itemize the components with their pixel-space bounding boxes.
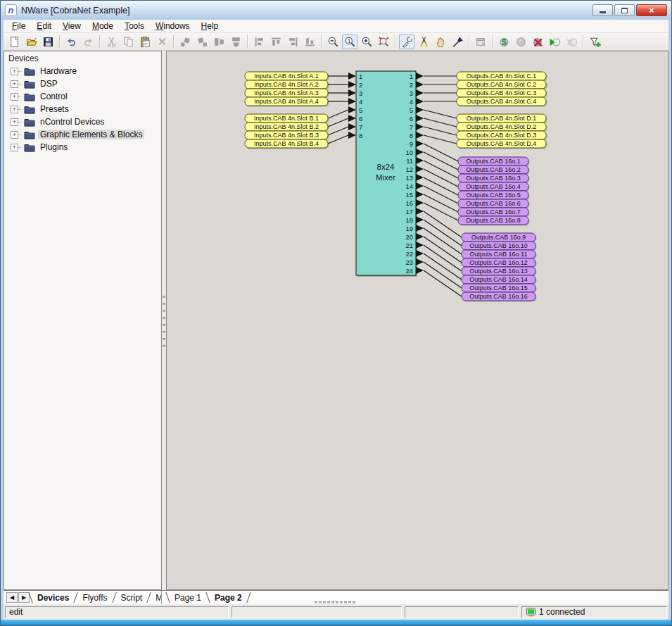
mixer-block[interactable]: 8x24Mixer1234567812345678910111213141516… — [348, 71, 424, 277]
rotate-left-button[interactable] — [177, 35, 193, 49]
menu-item-help[interactable]: Help — [196, 20, 224, 32]
menu-item-edit[interactable]: Edit — [31, 20, 57, 32]
menu-item-view[interactable]: View — [57, 20, 87, 32]
expand-icon[interactable]: + — [11, 118, 18, 126]
output-flyoff-label[interactable]: Outputs.CAB 16o.2 — [458, 165, 530, 175]
save-project-button[interactable] — [40, 35, 56, 49]
tree-item-graphic-elements-blocks[interactable]: +Graphic Elements & Blocks — [4, 128, 161, 141]
new-document-button[interactable] — [6, 35, 22, 49]
zoom-region-button[interactable] — [376, 35, 391, 49]
output-flyoff-label[interactable]: Outputs.CAB 16o.9 — [462, 233, 537, 243]
menu-item-windows[interactable]: Windows — [150, 20, 196, 32]
align-bottom-button[interactable] — [302, 35, 317, 49]
page-tab-page-1[interactable]: Page 1 — [168, 592, 208, 603]
tree-item-plugins[interactable]: +Plugins — [4, 141, 161, 154]
panel-tab-script[interactable]: Script — [115, 592, 149, 603]
close-button[interactable]: × — [636, 4, 667, 16]
output-flyoff-label[interactable]: Outputs.CAB 16o.13 — [462, 267, 537, 277]
deploy-button[interactable]: $ — [496, 35, 512, 49]
align-right-button[interactable] — [285, 35, 300, 49]
align-left-button[interactable] — [251, 35, 267, 49]
output-flyoff-label[interactable]: Outputs.CAB 4n.Slot D.1 — [457, 114, 547, 124]
rotate-right-button[interactable] — [194, 35, 210, 49]
menu-item-mode[interactable]: Mode — [87, 20, 119, 32]
zoom-out-button[interactable] — [325, 35, 341, 49]
output-flyoff-label[interactable]: Outputs.CAB 16o.5 — [458, 191, 530, 201]
panel-tab-devices[interactable]: Devices — [31, 592, 75, 603]
wire-tool-button[interactable] — [416, 35, 431, 49]
tree-item-control[interactable]: +Control — [4, 90, 161, 103]
output-flyoff-label[interactable]: Outputs.CAB 16o.6 — [458, 199, 530, 209]
menu-item-file[interactable]: File — [6, 20, 31, 32]
output-flyoff-label[interactable]: Outputs.CAB 16o.11 — [462, 250, 537, 260]
tree-item-ncontrol-devices[interactable]: +nControl Devices — [4, 115, 161, 128]
input-flyoff-label[interactable]: Inputs.CAB 4n.Slot B.3 — [245, 131, 329, 141]
input-flyoff-label[interactable]: Inputs.CAB 4n.Slot A.3 — [245, 89, 329, 99]
align-top-button[interactable] — [268, 35, 284, 49]
properties-button[interactable] — [473, 35, 488, 49]
maximize-button[interactable] — [614, 4, 635, 16]
expand-icon[interactable]: + — [11, 80, 18, 88]
delete-button[interactable] — [154, 35, 170, 49]
output-flyoff-label[interactable]: Outputs.CAB 16o.4 — [458, 182, 530, 192]
expand-icon[interactable]: + — [11, 93, 18, 101]
output-flyoff-label[interactable]: Outputs.CAB 4n.Slot D.2 — [457, 123, 547, 132]
tree-item-hardware[interactable]: +Hardware — [4, 65, 161, 77]
input-flyoff-label[interactable]: Inputs.CAB 4n.Slot A.4 — [245, 97, 329, 107]
expand-icon[interactable]: + — [11, 144, 18, 151]
flip-vertical-button[interactable] — [228, 35, 243, 49]
tree-item-presets[interactable]: +Presets — [4, 103, 161, 115]
add-role-button[interactable] — [587, 35, 602, 49]
tree-item-dsp[interactable]: +DSP — [4, 77, 161, 90]
splitter-grip[interactable] — [163, 296, 165, 347]
title-bar[interactable]: n NWare [CobraNet Example] × — [1, 1, 671, 20]
page-tab-page-2[interactable]: Page 2 — [208, 592, 248, 603]
output-flyoff-label[interactable]: Outputs.CAB 16o.14 — [462, 275, 537, 285]
panel-tab-flyoffs[interactable]: Flyoffs — [76, 592, 113, 603]
output-flyoff-label[interactable]: Outputs.CAB 16o.12 — [462, 258, 537, 268]
output-flyoff-label[interactable]: Outputs.CAB 4n.Slot C.3 — [457, 89, 547, 99]
tab-scroll-left-button[interactable]: ◀ — [6, 592, 18, 603]
output-flyoff-label[interactable]: Outputs.CAB 4n.Slot C.1 — [457, 72, 547, 82]
output-flyoff-label[interactable]: Outputs.CAB 4n.Slot D.4 — [457, 139, 547, 149]
menu-item-tools[interactable]: Tools — [119, 20, 150, 32]
open-project-button[interactable] — [23, 35, 39, 49]
output-flyoff-label[interactable]: Outputs.CAB 16o.16 — [462, 292, 537, 302]
expand-icon[interactable]: + — [11, 131, 18, 139]
output-flyoff-label[interactable]: Outputs.CAB 4n.Slot C.2 — [457, 80, 547, 90]
emulate-button[interactable] — [513, 35, 528, 49]
connect-button[interactable] — [547, 35, 562, 49]
probe-tool-button[interactable] — [450, 35, 465, 49]
redo-button[interactable] — [80, 35, 96, 49]
input-flyoff-label[interactable]: Inputs.CAB 4n.Slot B.4 — [245, 139, 329, 149]
zoom-actual-button[interactable]: 1 — [342, 35, 357, 49]
tab-scroll-right-button[interactable]: ▶ — [18, 592, 30, 603]
copy-button[interactable] — [120, 35, 136, 49]
cut-button[interactable] — [103, 35, 119, 49]
pan-tool-button[interactable] — [433, 35, 448, 49]
expand-icon[interactable]: + — [11, 106, 18, 113]
disconnect-button[interactable] — [564, 35, 579, 49]
expand-icon[interactable]: + — [11, 68, 18, 75]
input-flyoff-label[interactable]: Inputs.CAB 4n.Slot B.1 — [245, 114, 329, 124]
output-flyoff-label[interactable]: Outputs.CAB 16o.8 — [458, 216, 530, 226]
kill-deployment-button[interactable] — [530, 35, 545, 49]
zoom-in-button[interactable] — [359, 35, 374, 49]
output-flyoff-label[interactable]: Outputs.CAB 4n.Slot C.4 — [457, 97, 547, 107]
output-flyoff-label[interactable]: Outputs.CAB 16o.1 — [458, 157, 530, 167]
output-flyoff-label[interactable]: Outputs.CAB 16o.3 — [458, 174, 530, 184]
design-canvas[interactable]: 8x24Mixer1234567812345678910111213141516… — [166, 51, 668, 590]
undo-button[interactable] — [63, 35, 79, 49]
input-flyoff-label[interactable]: Inputs.CAB 4n.Slot A.2 — [245, 80, 329, 90]
minimize-button[interactable] — [592, 4, 613, 16]
paste-button[interactable] — [137, 35, 153, 49]
input-flyoff-label[interactable]: Inputs.CAB 4n.Slot B.2 — [245, 123, 329, 132]
input-flyoff-label[interactable]: Inputs.CAB 4n.Slot A.1 — [245, 72, 329, 82]
canvas-grip[interactable] — [315, 601, 355, 603]
flip-horizontal-button[interactable] — [211, 35, 227, 49]
output-flyoff-label[interactable]: Outputs.CAB 16o.15 — [462, 284, 537, 294]
panel-tab-m[interactable]: M — [149, 592, 162, 603]
output-flyoff-label[interactable]: Outputs.CAB 16o.7 — [458, 208, 530, 218]
select-tool-button[interactable] — [399, 35, 414, 49]
output-flyoff-label[interactable]: Outputs.CAB 16o.10 — [462, 242, 537, 251]
